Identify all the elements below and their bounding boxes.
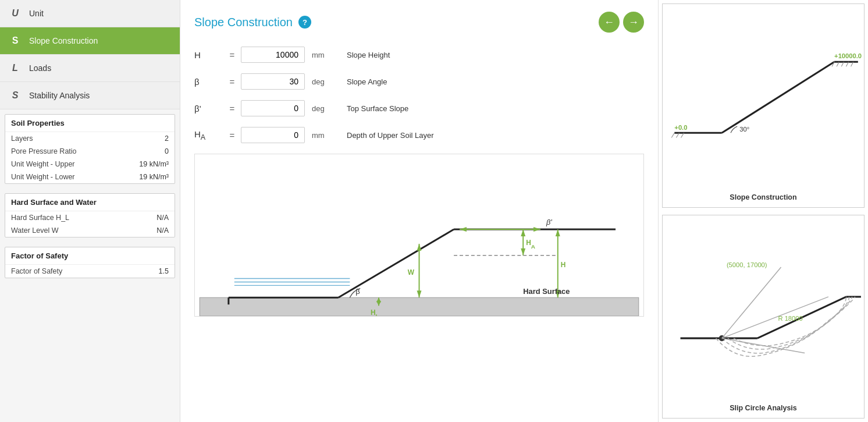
svg-rect-0 bbox=[200, 297, 639, 316]
form-label-beta-prime: β' bbox=[194, 104, 223, 114]
hard-surface-section: Hard Surface and Water Hard Surface H_L … bbox=[5, 193, 175, 237]
slip-circle-viz: (5000, 17000) R 18000 Slip Circle Analys… bbox=[662, 215, 865, 419]
nav-letter-stability: S bbox=[9, 90, 21, 101]
svg-marker-13 bbox=[521, 229, 525, 236]
svg-text:H: H bbox=[561, 261, 566, 269]
nav-back-button[interactable]: ← bbox=[599, 12, 620, 33]
slip-circle-viz-title: Slip Circle Analysis bbox=[730, 402, 797, 414]
factor-safety-section: Factor of Safety Factor of Safety 1.5 bbox=[5, 247, 175, 278]
factor-safety-row: Factor of Safety 1.5 bbox=[5, 265, 175, 278]
nav-letter-unit: U bbox=[9, 8, 21, 19]
form-label-ha: HA bbox=[194, 129, 223, 141]
soil-row-upper-weight: Unit Weight - Upper 19 kN/m³ bbox=[5, 158, 175, 171]
svg-marker-29 bbox=[460, 227, 467, 232]
slope-diagram-svg: W HA H bbox=[195, 154, 643, 316]
main-area: Slope Construction ? ← → H = mm Slope He… bbox=[180, 0, 868, 422]
svg-text:(5000, 17000): (5000, 17000) bbox=[727, 261, 767, 268]
soil-row-lower-weight: Unit Weight - Lower 19 kN/m³ bbox=[5, 171, 175, 183]
form-row-beta-prime: β' = deg Top Surface Slope bbox=[194, 100, 644, 116]
sidebar-label-slope: Slope Construction bbox=[29, 36, 98, 45]
svg-marker-14 bbox=[521, 249, 525, 256]
svg-marker-9 bbox=[417, 290, 422, 297]
form-desc-beta: Slope Angle bbox=[347, 77, 387, 86]
sidebar-item-slope-construction[interactable]: S Slope Construction bbox=[0, 27, 180, 55]
page-title-area: Slope Construction ? bbox=[194, 16, 311, 29]
help-icon[interactable]: ? bbox=[298, 16, 311, 29]
input-beta-prime[interactable] bbox=[241, 100, 305, 116]
soil-row-pore: Pore Pressure Ratio 0 bbox=[5, 145, 175, 158]
svg-text:Hard Surface: Hard Surface bbox=[523, 287, 570, 296]
sidebar-label-unit: Unit bbox=[29, 9, 44, 18]
slope-construction-viz: +0.0 +10000.0 30° Slope Construction bbox=[662, 3, 865, 208]
sidebar-item-loads[interactable]: L Loads bbox=[0, 55, 180, 82]
soil-properties-title: Soil Properties bbox=[5, 115, 175, 132]
svg-text:HA: HA bbox=[526, 239, 535, 250]
center-panel: Slope Construction ? ← → H = mm Slope He… bbox=[180, 0, 659, 422]
water-level-row: Water Level W N/A bbox=[5, 224, 175, 237]
form-unit-beta-prime: deg bbox=[312, 104, 347, 113]
slope-construction-viz-title: Slope Construction bbox=[730, 191, 796, 204]
form-unit-h: mm bbox=[312, 51, 347, 59]
sidebar: U Unit S Slope Construction L Loads S St… bbox=[0, 0, 180, 422]
nav-forward-button[interactable]: → bbox=[623, 12, 644, 33]
form-unit-beta: deg bbox=[312, 77, 347, 86]
svg-text:+0.0: +0.0 bbox=[674, 124, 687, 131]
form-eq-h: = bbox=[223, 50, 241, 60]
nav-letter-loads: L bbox=[9, 63, 21, 73]
slope-construction-viz-svg: +0.0 +10000.0 30° bbox=[663, 4, 864, 191]
form-label-beta: β bbox=[194, 77, 223, 87]
form-eq-ha: = bbox=[223, 130, 241, 140]
form-label-h: H bbox=[194, 50, 223, 60]
sidebar-label-loads: Loads bbox=[29, 63, 51, 73]
sidebar-item-stability[interactable]: S Stability Analysis bbox=[0, 82, 180, 109]
form-eq-beta: = bbox=[223, 77, 241, 87]
form-desc-h: Slope Height bbox=[347, 51, 390, 59]
page-title: Slope Construction bbox=[194, 16, 293, 29]
svg-marker-19 bbox=[556, 229, 560, 236]
form-unit-ha: mm bbox=[312, 131, 347, 140]
right-panel: +0.0 +10000.0 30° Slope Construction bbox=[659, 0, 868, 422]
form-row-ha: HA = mm Depth of Upper Soil Layer bbox=[194, 127, 644, 143]
form-row-beta: β = deg Slope Angle bbox=[194, 73, 644, 90]
input-ha[interactable] bbox=[241, 127, 305, 143]
svg-text:30°: 30° bbox=[739, 126, 749, 133]
sidebar-item-unit[interactable]: U Unit bbox=[0, 0, 180, 27]
svg-line-35 bbox=[722, 62, 834, 133]
nav-arrows: ← → bbox=[599, 12, 644, 33]
hard-surface-title: Hard Surface and Water bbox=[5, 194, 175, 211]
svg-marker-28 bbox=[533, 227, 540, 232]
svg-line-32 bbox=[671, 133, 674, 137]
slope-diagram: W HA H bbox=[194, 154, 644, 317]
svg-text:R 18000: R 18000 bbox=[778, 314, 802, 321]
svg-line-49 bbox=[722, 267, 781, 338]
svg-text:β: β bbox=[355, 287, 360, 296]
svg-text:+10000.0: +10000.0 bbox=[834, 52, 862, 59]
form-eq-beta-prime: = bbox=[223, 104, 241, 114]
svg-marker-10 bbox=[417, 244, 422, 251]
page-header: Slope Construction ? ← → bbox=[194, 12, 644, 33]
form-row-h: H = mm Slope Height bbox=[194, 47, 644, 63]
form-desc-ha: Depth of Upper Soil Layer bbox=[347, 131, 434, 140]
soil-properties-section: Soil Properties Layers 2 Pore Pressure R… bbox=[5, 114, 175, 184]
svg-text:W: W bbox=[408, 268, 415, 276]
svg-text:β': β' bbox=[546, 218, 552, 226]
input-beta[interactable] bbox=[241, 73, 305, 90]
form-desc-beta-prime: Top Surface Slope bbox=[347, 104, 408, 113]
hard-surface-row: Hard Surface H_L N/A bbox=[5, 211, 175, 224]
input-h[interactable] bbox=[241, 47, 305, 63]
soil-row-layers: Layers 2 bbox=[5, 132, 175, 145]
svg-line-50 bbox=[722, 296, 828, 338]
factor-safety-title: Factor of Safety bbox=[5, 247, 175, 265]
nav-letter-slope: S bbox=[9, 36, 21, 46]
sidebar-label-stability: Stability Analysis bbox=[29, 91, 90, 100]
slip-circle-viz-svg: (5000, 17000) R 18000 bbox=[663, 215, 864, 402]
main-content: Slope Construction ? ← → H = mm Slope He… bbox=[180, 0, 868, 422]
